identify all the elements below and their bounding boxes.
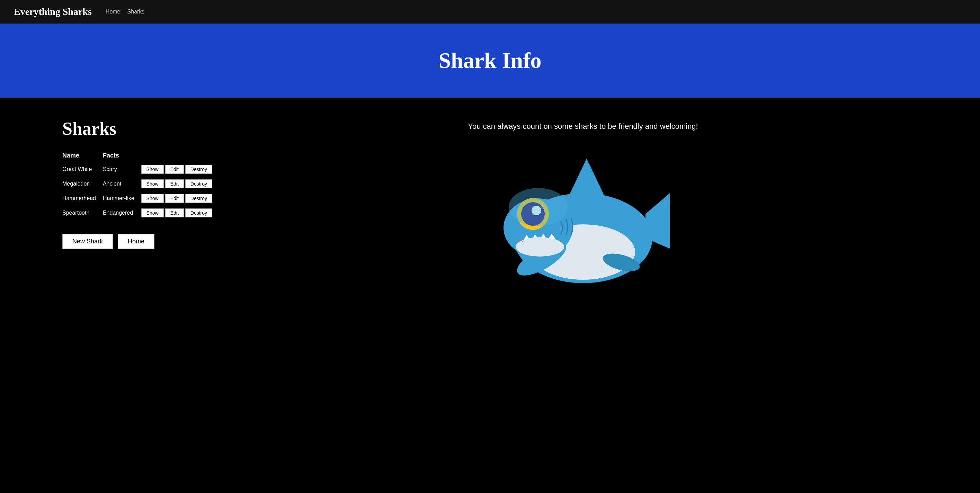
shark-table: Name Facts Great WhiteScaryShowEditDestr… bbox=[62, 149, 221, 220]
shark-name: Speartooth bbox=[62, 206, 103, 220]
tagline: You can always count on some sharks to b… bbox=[468, 122, 698, 131]
edit-shark-button[interactable]: Edit bbox=[165, 194, 184, 203]
svg-point-11 bbox=[515, 237, 564, 256]
nav-sharks-link[interactable]: Sharks bbox=[127, 9, 145, 15]
nav-home-link[interactable]: Home bbox=[106, 9, 121, 15]
destroy-shark-button[interactable]: Destroy bbox=[185, 165, 212, 174]
show-shark-button[interactable]: Show bbox=[141, 179, 164, 188]
main-content: Sharks Name Facts Great WhiteScaryShowEd… bbox=[0, 98, 980, 311]
shark-facts: Endangered bbox=[103, 206, 141, 220]
navbar: Everything Sharks Home Sharks bbox=[0, 0, 980, 24]
shark-actions: ShowEditDestroy bbox=[141, 191, 221, 206]
table-row: MegalodonAncientShowEditDestroy bbox=[62, 177, 221, 191]
shark-actions: ShowEditDestroy bbox=[141, 177, 221, 191]
shark-facts: Ancient bbox=[103, 177, 141, 191]
shark-actions: ShowEditDestroy bbox=[141, 162, 221, 177]
shark-actions: ShowEditDestroy bbox=[141, 206, 221, 220]
sharks-heading: Sharks bbox=[62, 118, 221, 139]
show-shark-button[interactable]: Show bbox=[141, 194, 164, 203]
nav-links: Home Sharks bbox=[106, 9, 145, 15]
svg-point-15 bbox=[509, 188, 568, 226]
shark-illustration bbox=[493, 145, 673, 290]
table-row: HammerheadHammer-likeShowEditDestroy bbox=[62, 191, 221, 206]
shark-name: Great White bbox=[62, 162, 103, 177]
col-header-facts: Facts bbox=[103, 149, 141, 162]
table-row: Great WhiteScaryShowEditDestroy bbox=[62, 162, 221, 177]
table-row: SpeartoothEndangeredShowEditDestroy bbox=[62, 206, 221, 220]
edit-shark-button[interactable]: Edit bbox=[165, 179, 184, 188]
edit-shark-button[interactable]: Edit bbox=[165, 208, 184, 218]
show-shark-button[interactable]: Show bbox=[141, 208, 164, 218]
col-header-name: Name bbox=[62, 149, 103, 162]
destroy-shark-button[interactable]: Destroy bbox=[185, 179, 212, 188]
shark-facts: Hammer-like bbox=[103, 191, 141, 206]
sharks-panel: Sharks Name Facts Great WhiteScaryShowEd… bbox=[62, 118, 221, 249]
bottom-buttons: New Shark Home bbox=[62, 234, 221, 249]
destroy-shark-button[interactable]: Destroy bbox=[185, 194, 212, 203]
right-column: You can always count on some sharks to b… bbox=[248, 118, 918, 290]
show-shark-button[interactable]: Show bbox=[141, 165, 164, 174]
site-brand: Everything Sharks bbox=[14, 6, 92, 17]
svg-marker-3 bbox=[569, 159, 604, 195]
hero-title: Shark Info bbox=[14, 48, 966, 73]
hero-section: Shark Info bbox=[0, 24, 980, 98]
shark-name: Megalodon bbox=[62, 177, 103, 191]
shark-facts: Scary bbox=[103, 162, 141, 177]
destroy-shark-button[interactable]: Destroy bbox=[185, 208, 212, 218]
home-button[interactable]: Home bbox=[118, 234, 154, 249]
edit-shark-button[interactable]: Edit bbox=[165, 165, 184, 174]
new-shark-button[interactable]: New Shark bbox=[62, 234, 113, 249]
shark-name: Hammerhead bbox=[62, 191, 103, 206]
